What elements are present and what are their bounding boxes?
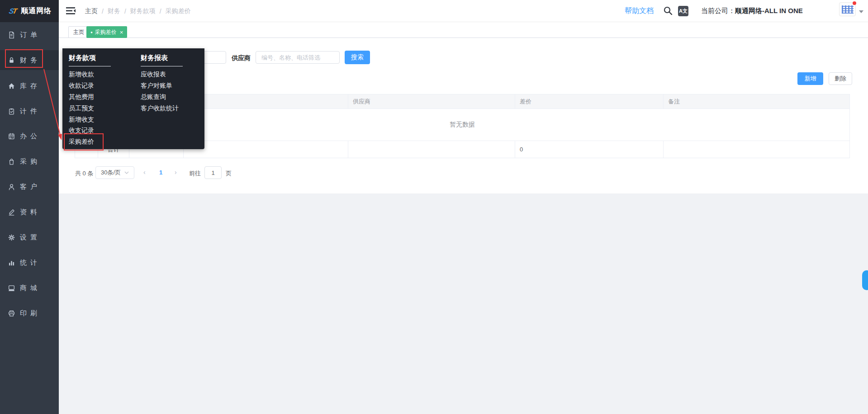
company-name: 顺通网络-ALL IN ONE <box>735 7 803 15</box>
sidebar-item-mall[interactable]: 商城 <box>0 279 59 297</box>
edge-scroll-handle[interactable] <box>862 270 868 290</box>
top-header: S T 顺通网络 主页 / 财务 / 财务款项 / 采购差价 帮助文档 A文 当… <box>0 0 868 22</box>
tab-label: 主页 <box>73 28 84 36</box>
lock-icon <box>8 56 15 64</box>
page-size-select[interactable]: 30条/页 <box>95 166 134 179</box>
sidebar-item-label: 办公 <box>20 132 41 141</box>
help-docs-link[interactable]: 帮助文档 <box>625 6 654 16</box>
goto-page-input[interactable] <box>204 166 222 179</box>
menu-item-receivable-report[interactable]: 应收报表 <box>141 69 209 80</box>
gear-icon <box>8 234 15 241</box>
breadcrumb-home[interactable]: 主页 <box>85 7 98 15</box>
company-label: 当前公司： <box>701 7 735 15</box>
delete-button[interactable]: 删除 <box>829 72 852 85</box>
prev-page-button[interactable]: ‹ <box>143 169 146 176</box>
tab-purchase-diff[interactable]: ● 采购差价 × <box>86 26 127 38</box>
summary-diff-value: 0 <box>515 141 664 158</box>
sidebar-item-label: 财务 <box>20 56 41 65</box>
menu-group-divider <box>69 66 111 66</box>
sidebar-item-label: 商城 <box>20 284 41 292</box>
sidebar-item-label: 库存 <box>20 82 41 90</box>
table-header-remark: 备注 <box>664 94 850 109</box>
menu-item-employee-advance[interactable]: 员工预支 <box>69 103 137 114</box>
printer-icon <box>8 310 15 317</box>
sidebar-item-purchase[interactable]: 采购 <box>0 152 59 170</box>
sidebar-item-label: 设置 <box>20 233 41 242</box>
current-company: 当前公司：顺通网络-ALL IN ONE <box>701 0 803 22</box>
menu-item-receipt-records[interactable]: 收款记录 <box>69 80 137 92</box>
menu-item-new-payment[interactable]: 新增收支 <box>69 114 137 125</box>
menu-group-title: 财务款项 <box>69 54 137 62</box>
sidebar-item-orders[interactable]: 订单 <box>0 26 59 44</box>
breadcrumb: 主页 / 财务 / 财务款项 / 采购差价 <box>85 0 191 22</box>
sidebar-item-label: 订单 <box>20 31 41 39</box>
page-unit-label: 页 <box>226 169 232 178</box>
menu-group-title: 财务报表 <box>141 54 209 62</box>
page-size-value: 30条/页 <box>101 169 121 177</box>
supplier-filter-input[interactable] <box>256 51 340 64</box>
summary-cell <box>184 141 348 158</box>
user-icon <box>8 183 15 191</box>
monitor-icon <box>8 284 15 292</box>
calendar-icon <box>8 132 15 140</box>
sidebar-item-statistics[interactable]: 统计 <box>0 254 59 272</box>
menu-item-payment-records[interactable]: 收支记录 <box>69 125 137 136</box>
pagination-total: 共 0 条 <box>75 169 93 178</box>
pencil-icon <box>8 208 15 216</box>
menu-item-purchase-diff[interactable]: 采购差价 <box>69 136 137 148</box>
search-button[interactable]: 搜索 <box>345 51 370 64</box>
sidebar-item-label: 印刷 <box>20 309 41 318</box>
search-icon[interactable] <box>663 6 673 16</box>
avatar[interactable] <box>839 2 856 16</box>
breadcrumb-current: 采购差价 <box>166 7 191 15</box>
sidebar-item-customers[interactable]: 客户 <box>0 178 59 196</box>
goto-label: 前往 <box>189 169 201 178</box>
tab-label: 采购差价 <box>95 28 117 36</box>
sidebar-item-printing[interactable]: 印刷 <box>0 304 59 322</box>
table-header-supplier: 供应商 <box>348 94 515 109</box>
summary-cell <box>348 141 515 158</box>
sidebar: 订单 财务 库存 计件 办公 采购 客户 <box>0 22 59 414</box>
sidebar-item-piecework[interactable]: 计件 <box>0 102 59 120</box>
sidebar-item-materials[interactable]: 资料 <box>0 203 59 221</box>
table-header-diff: 差价 <box>515 94 664 109</box>
sidebar-item-office[interactable]: 办公 <box>0 127 59 145</box>
logo-st-icon: S T <box>7 7 18 16</box>
avatar-image-pattern <box>842 5 854 14</box>
breadcrumb-finance-items[interactable]: 财务款项 <box>130 7 156 15</box>
breadcrumb-separator: / <box>124 8 126 15</box>
sidebar-item-settings[interactable]: 设置 <box>0 228 59 246</box>
menu-group-divider <box>141 66 183 66</box>
collapse-sidebar-icon[interactable] <box>66 7 76 15</box>
breadcrumb-finance[interactable]: 财务 <box>108 7 120 15</box>
close-icon[interactable]: × <box>120 29 123 35</box>
app-logo[interactable]: S T 顺通网络 <box>0 0 59 22</box>
chevron-down-icon <box>124 171 129 174</box>
active-dot-icon: ● <box>90 30 93 34</box>
sidebar-item-label: 统计 <box>20 259 41 267</box>
sidebar-item-label: 资料 <box>20 208 41 216</box>
menu-item-ledger-query[interactable]: 总账查询 <box>141 92 209 103</box>
add-button[interactable]: 新增 <box>797 72 823 85</box>
supplier-label: 供应商 <box>232 54 251 62</box>
notification-dot <box>853 1 856 5</box>
summary-cell <box>664 141 850 158</box>
chevron-down-icon[interactable] <box>859 10 863 13</box>
tags-view-bar: 主页 ● 采购差价 × <box>59 22 868 38</box>
translate-icon[interactable]: A文 <box>678 6 688 16</box>
menu-item-other-fees[interactable]: 其他费用 <box>69 92 137 103</box>
sidebar-item-finance[interactable]: 财务 <box>0 50 59 70</box>
menu-item-customer-statement[interactable]: 客户对账单 <box>141 80 209 92</box>
logo-text: 顺通网络 <box>21 6 52 16</box>
clipboard-icon <box>8 108 15 115</box>
current-page[interactable]: 1 <box>159 169 162 176</box>
page-background <box>59 193 868 414</box>
next-page-button[interactable]: › <box>175 169 177 176</box>
bag-icon <box>8 158 15 165</box>
breadcrumb-separator: / <box>160 8 161 15</box>
finance-mega-menu: 财务款项 新增收款 收款记录 其他费用 员工预支 新增收支 收支记录 采购差价 … <box>62 48 204 149</box>
sidebar-item-label: 采购 <box>20 157 41 166</box>
menu-item-customer-receipt-stats[interactable]: 客户收款统计 <box>141 103 209 114</box>
sidebar-item-inventory[interactable]: 库存 <box>0 77 59 95</box>
menu-item-new-receipt[interactable]: 新增收款 <box>69 69 137 80</box>
